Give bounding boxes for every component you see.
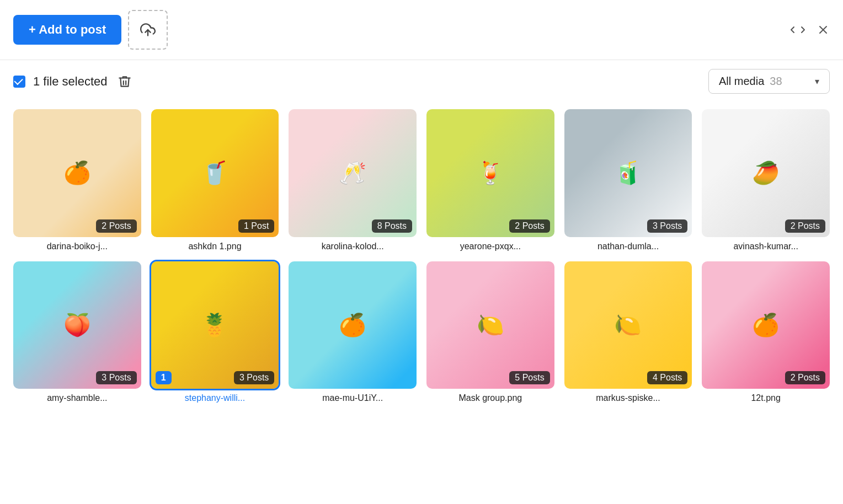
- media-item[interactable]: 🥭2 Postsavinash-kumar...: [702, 109, 830, 251]
- media-filename: Mask group.png: [426, 393, 554, 403]
- media-filename: 12t.png: [702, 393, 830, 403]
- media-thumbnail: 🍊2 Posts: [13, 109, 141, 237]
- media-filename: karolina-kolod...: [289, 242, 417, 251]
- media-thumbnail: 🧃3 Posts: [564, 109, 692, 237]
- media-filename: yearone-pxqx...: [426, 242, 554, 251]
- media-item[interactable]: 🍹2 Postsyearone-pxqx...: [426, 109, 554, 251]
- media-thumbnail: 🍊2 Posts: [702, 261, 830, 389]
- media-item[interactable]: 🍑3 Postsamy-shamble...: [13, 261, 141, 404]
- thumbnail-image: 🍑: [13, 261, 141, 389]
- media-thumbnail: 🍋4 Posts: [564, 261, 692, 389]
- trash-icon: [118, 74, 132, 89]
- select-all-checkbox[interactable]: [13, 76, 25, 88]
- close-icon[interactable]: [817, 23, 830, 36]
- media-item[interactable]: 🍍13 Postsstephany-willi...: [151, 261, 279, 404]
- media-item[interactable]: 🍊mae-mu-U1iY...: [289, 261, 417, 404]
- media-filename: darina-boiko-j...: [13, 242, 141, 251]
- thumbnail-image: 🥤: [151, 109, 279, 237]
- posts-count-badge: 1 Post: [238, 219, 274, 233]
- header: + Add to post: [0, 0, 843, 60]
- thumbnail-image: 🍊: [702, 261, 830, 389]
- media-grid: 🍊2 Postsdarina-boiko-j...🥤1 Postashkdn 1…: [0, 103, 843, 416]
- thumbnail-image: 🍊: [289, 261, 417, 389]
- posts-count-badge: 4 Posts: [647, 371, 687, 384]
- media-filter-dropdown[interactable]: All media 38 ▾: [708, 69, 830, 94]
- media-item[interactable]: 🍊2 Posts12t.png: [702, 261, 830, 404]
- posts-count-badge: 8 Posts: [372, 219, 412, 233]
- media-thumbnail: 🍑3 Posts: [13, 261, 141, 389]
- posts-count-badge: 3 Posts: [647, 219, 687, 233]
- thumbnail-image: 🍍: [151, 261, 279, 389]
- media-filename: ashkdn 1.png: [151, 242, 279, 251]
- media-thumbnail: 🍋5 Posts: [426, 261, 554, 389]
- thumbnail-image: 🍋: [426, 261, 554, 389]
- posts-count-badge: 2 Posts: [509, 219, 549, 233]
- media-filename: mae-mu-U1iY...: [289, 393, 417, 403]
- thumbnail-image: 🧃: [564, 109, 692, 237]
- media-thumbnail: 🍹2 Posts: [426, 109, 554, 237]
- thumbnail-image: 🥂: [289, 109, 417, 237]
- toolbar: 1 file selected All media 38 ▾: [0, 60, 843, 103]
- media-item[interactable]: 🥤1 Postashkdn 1.png: [151, 109, 279, 251]
- media-item[interactable]: 🍊2 Postsdarina-boiko-j...: [13, 109, 141, 251]
- media-filename: markus-spiske...: [564, 393, 692, 403]
- thumbnail-image: 🍊: [13, 109, 141, 237]
- filter-label: All media: [719, 75, 764, 88]
- chevron-down-icon: ▾: [815, 76, 819, 87]
- media-thumbnail: 🍍13 Posts: [151, 261, 279, 389]
- posts-count-badge: 5 Posts: [509, 371, 549, 384]
- header-actions: [790, 23, 830, 36]
- posts-count-badge: 2 Posts: [785, 219, 825, 233]
- posts-count-badge: 2 Posts: [785, 371, 825, 384]
- media-filename: amy-shamble...: [13, 393, 141, 403]
- selection-number-badge: 1: [156, 371, 172, 384]
- media-thumbnail: 🍊: [289, 261, 417, 389]
- media-item[interactable]: 🧃3 Postsnathan-dumla...: [564, 109, 692, 251]
- thumbnail-image: 🍋: [564, 261, 692, 389]
- code-icon[interactable]: [790, 24, 805, 35]
- media-thumbnail: 🥤1 Post: [151, 109, 279, 237]
- file-selected-text: 1 file selected: [33, 74, 108, 89]
- delete-button[interactable]: [115, 72, 134, 91]
- posts-count-badge: 3 Posts: [96, 371, 136, 384]
- thumbnail-image: 🥭: [702, 109, 830, 237]
- media-item[interactable]: 🍋4 Postsmarkus-spiske...: [564, 261, 692, 404]
- media-filename: avinash-kumar...: [702, 242, 830, 251]
- add-to-post-label: + Add to post: [29, 23, 106, 37]
- add-to-post-button[interactable]: + Add to post: [13, 15, 121, 45]
- media-filename: nathan-dumla...: [564, 242, 692, 251]
- media-thumbnail: 🥂8 Posts: [289, 109, 417, 237]
- media-thumbnail: 🥭2 Posts: [702, 109, 830, 237]
- media-filename: stephany-willi...: [151, 393, 279, 403]
- media-item[interactable]: 🥂8 Postskarolina-kolod...: [289, 109, 417, 251]
- filter-count: 38: [770, 75, 782, 88]
- upload-button[interactable]: [128, 10, 168, 50]
- posts-count-badge: 2 Posts: [96, 219, 136, 233]
- media-item[interactable]: 🍋5 PostsMask group.png: [426, 261, 554, 404]
- upload-icon: [140, 22, 156, 37]
- posts-count-badge: 3 Posts: [234, 371, 274, 384]
- thumbnail-image: 🍹: [426, 109, 554, 237]
